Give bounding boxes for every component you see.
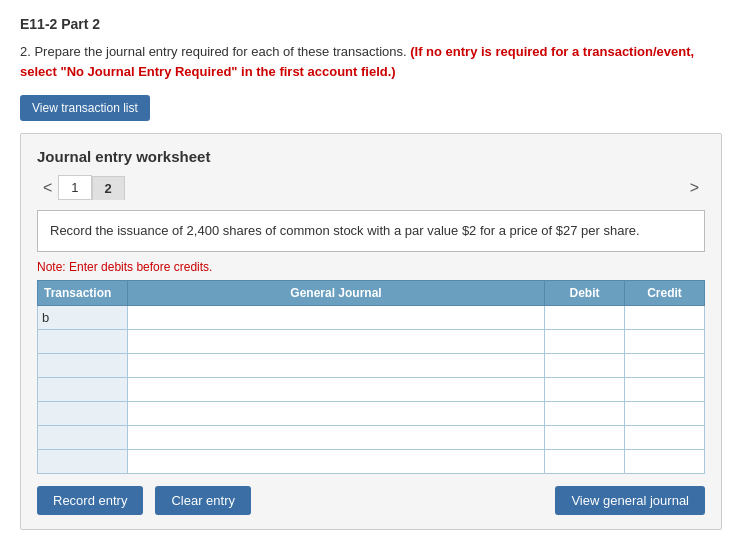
debit-cell[interactable] [545,401,625,425]
debit-cell[interactable] [545,449,625,473]
page-title: E11-2 Part 2 [20,16,722,32]
debit-input[interactable] [549,311,620,325]
description-box: Record the issuance of 2,400 shares of c… [37,210,705,252]
credit-cell[interactable] [625,305,705,329]
debit-cell[interactable] [545,353,625,377]
debit-input[interactable] [549,383,620,397]
journal-cell[interactable] [128,401,545,425]
table-row [38,329,705,353]
transaction-cell [38,329,128,353]
credit-cell[interactable] [625,329,705,353]
debit-input[interactable] [549,335,620,349]
instruction: 2. Prepare the journal entry required fo… [20,42,722,81]
col-header-transaction: Transaction [38,280,128,305]
clear-entry-button[interactable]: Clear entry [155,486,251,515]
record-entry-button[interactable]: Record entry [37,486,143,515]
journal-cell[interactable] [128,305,545,329]
debit-input[interactable] [549,359,620,373]
journal-input[interactable] [132,455,540,469]
debit-cell[interactable] [545,329,625,353]
transaction-cell: b [38,305,128,329]
next-tab-button[interactable]: > [684,177,705,199]
table-row [38,353,705,377]
col-header-debit: Debit [545,280,625,305]
instruction-text: 2. Prepare the journal entry required fo… [20,44,410,59]
transaction-cell [38,353,128,377]
credit-cell[interactable] [625,425,705,449]
transaction-cell [38,377,128,401]
table-row: b [38,305,705,329]
table-row [38,449,705,473]
debit-cell[interactable] [545,305,625,329]
credit-cell[interactable] [625,449,705,473]
journal-input[interactable] [132,335,540,349]
journal-input[interactable] [132,311,540,325]
transaction-cell [38,449,128,473]
journal-input[interactable] [132,383,540,397]
table-row [38,425,705,449]
debit-input[interactable] [549,431,620,445]
credit-input[interactable] [629,311,700,325]
credit-input[interactable] [629,455,700,469]
journal-input[interactable] [132,431,540,445]
credit-input[interactable] [629,359,700,373]
prev-tab-button[interactable]: < [37,177,58,199]
table-row [38,401,705,425]
table-row [38,377,705,401]
journal-cell[interactable] [128,353,545,377]
debit-cell[interactable] [545,377,625,401]
credit-cell[interactable] [625,377,705,401]
tab-navigation: < 1 2 > [37,175,705,200]
note-text: Note: Enter debits before credits. [37,260,705,274]
journal-table: Transaction General Journal Debit Credit… [37,280,705,474]
journal-cell[interactable] [128,377,545,401]
journal-cell[interactable] [128,425,545,449]
transaction-cell [38,425,128,449]
credit-input[interactable] [629,431,700,445]
worksheet-title: Journal entry worksheet [37,148,705,165]
worksheet-container: Journal entry worksheet < 1 2 > Record t… [20,133,722,530]
debit-cell[interactable] [545,425,625,449]
journal-input[interactable] [132,407,540,421]
journal-cell[interactable] [128,449,545,473]
footer-buttons: Record entry Clear entry View general jo… [37,486,705,515]
credit-input[interactable] [629,383,700,397]
journal-input[interactable] [132,359,540,373]
col-header-journal: General Journal [128,280,545,305]
credit-cell[interactable] [625,353,705,377]
credit-input[interactable] [629,407,700,421]
view-general-journal-button[interactable]: View general journal [555,486,705,515]
col-header-credit: Credit [625,280,705,305]
debit-input[interactable] [549,455,620,469]
credit-cell[interactable] [625,401,705,425]
debit-input[interactable] [549,407,620,421]
credit-input[interactable] [629,335,700,349]
tab-1[interactable]: 1 [58,175,91,200]
tab-2[interactable]: 2 [92,176,125,200]
transaction-cell [38,401,128,425]
view-transaction-button[interactable]: View transaction list [20,95,150,121]
journal-cell[interactable] [128,329,545,353]
